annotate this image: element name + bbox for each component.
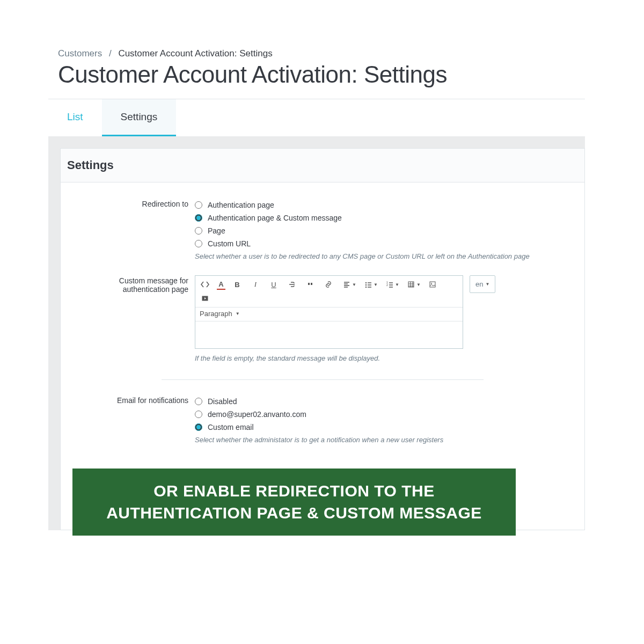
- breadcrumb: Customers / Customer Account Activation:…: [58, 48, 585, 59]
- table-icon[interactable]: [405, 278, 418, 291]
- breadcrumb-current: Customer Account Activation: Settings: [118, 48, 272, 58]
- tab-list[interactable]: List: [48, 99, 102, 136]
- video-icon[interactable]: [199, 292, 211, 305]
- svg-text:2: 2: [386, 283, 388, 287]
- settings-panel: Settings Redirection to Authentication p…: [60, 148, 585, 530]
- language-caret-icon: ▼: [485, 282, 489, 287]
- radio-page-label: Page: [208, 226, 225, 235]
- radio-email-demo-input[interactable]: [195, 411, 202, 418]
- paragraph-label: Paragraph: [200, 310, 232, 318]
- radio-email-custom-input[interactable]: [195, 423, 202, 431]
- paragraph-caret-icon: ▼: [236, 311, 240, 316]
- tab-bar: List Settings: [48, 99, 585, 136]
- radio-page-input[interactable]: [195, 227, 202, 235]
- radio-auth-custom[interactable]: Authentication page & Custom message: [195, 211, 574, 224]
- radio-auth-custom-label: Authentication page & Custom message: [208, 214, 342, 222]
- image-icon[interactable]: [426, 278, 439, 291]
- radio-email-custom[interactable]: Custom email: [195, 421, 574, 434]
- radio-email-demo[interactable]: demo@super02.anvanto.com: [195, 408, 574, 421]
- panel-title: Settings: [61, 149, 584, 182]
- underline-icon[interactable]: U: [267, 278, 280, 291]
- number-list-icon[interactable]: 12: [383, 278, 396, 291]
- quote-icon[interactable]: [304, 278, 317, 291]
- email-radio-group: Disabled demo@super02.anvanto.com Custom…: [195, 395, 574, 434]
- page-title: Customer Account Activation: Settings: [58, 61, 585, 88]
- radio-auth-custom-input[interactable]: [195, 214, 202, 222]
- svg-rect-6: [430, 282, 435, 287]
- italic-icon[interactable]: I: [249, 278, 262, 291]
- custom-message-help: If the field is empty, the standard mess…: [195, 354, 574, 362]
- radio-email-disabled-label: Disabled: [208, 397, 237, 406]
- align-caret-icon[interactable]: ▼: [352, 282, 356, 287]
- radio-auth-page-input[interactable]: [195, 201, 202, 209]
- bold-icon[interactable]: B: [231, 278, 244, 291]
- radio-email-disabled[interactable]: Disabled: [195, 395, 574, 408]
- breadcrumb-separator: /: [109, 48, 112, 58]
- bullet-caret-icon[interactable]: ▼: [374, 282, 378, 287]
- link-icon[interactable]: [322, 278, 335, 291]
- redirection-help: Select whether a user is to be redirecte…: [195, 252, 574, 260]
- radio-page[interactable]: Page: [195, 224, 574, 237]
- font-color-icon[interactable]: A: [217, 279, 225, 290]
- radio-email-custom-label: Custom email: [208, 423, 254, 431]
- language-button[interactable]: en ▼: [470, 275, 495, 293]
- radio-auth-page[interactable]: Authentication page: [195, 199, 574, 211]
- svg-point-7: [431, 283, 432, 284]
- radio-custom-url-input[interactable]: [195, 240, 202, 247]
- paragraph-dropdown[interactable]: Paragraph ▼: [195, 308, 463, 321]
- svg-point-2: [365, 287, 367, 288]
- rich-text-editor[interactable]: A B I U: [195, 275, 463, 349]
- redirection-label: Redirection to: [71, 199, 195, 260]
- radio-email-disabled-input[interactable]: [195, 398, 202, 405]
- divider: [162, 379, 484, 380]
- table-caret-icon[interactable]: ▼: [416, 282, 421, 287]
- email-label: Email for notifications: [71, 395, 195, 444]
- breadcrumb-parent[interactable]: Customers: [58, 48, 102, 58]
- radio-email-demo-label: demo@super02.anvanto.com: [208, 410, 306, 419]
- language-label: en: [475, 280, 483, 288]
- svg-point-0: [365, 282, 367, 283]
- code-icon[interactable]: [199, 278, 211, 291]
- bullet-list-icon[interactable]: [362, 278, 375, 291]
- svg-point-1: [365, 284, 367, 286]
- redirection-radio-group: Authentication page Authentication page …: [195, 199, 574, 250]
- radio-custom-url[interactable]: Custom URL: [195, 237, 574, 250]
- custom-message-label: Custom message for authentication page: [71, 275, 195, 362]
- number-caret-icon[interactable]: ▼: [395, 282, 399, 287]
- tab-settings[interactable]: Settings: [102, 99, 177, 136]
- email-help: Select whether the administator is to ge…: [195, 436, 574, 444]
- editor-content-area[interactable]: [195, 321, 463, 348]
- align-icon[interactable]: [340, 278, 353, 291]
- editor-toolbar: A B I U: [195, 276, 463, 308]
- strikethrough-icon[interactable]: [286, 278, 298, 291]
- radio-custom-url-label: Custom URL: [208, 239, 251, 248]
- overlay-banner: OR ENABLE REDIRECTION TO THE AUTHENTICAT…: [72, 469, 516, 536]
- radio-auth-page-label: Authentication page: [208, 201, 274, 209]
